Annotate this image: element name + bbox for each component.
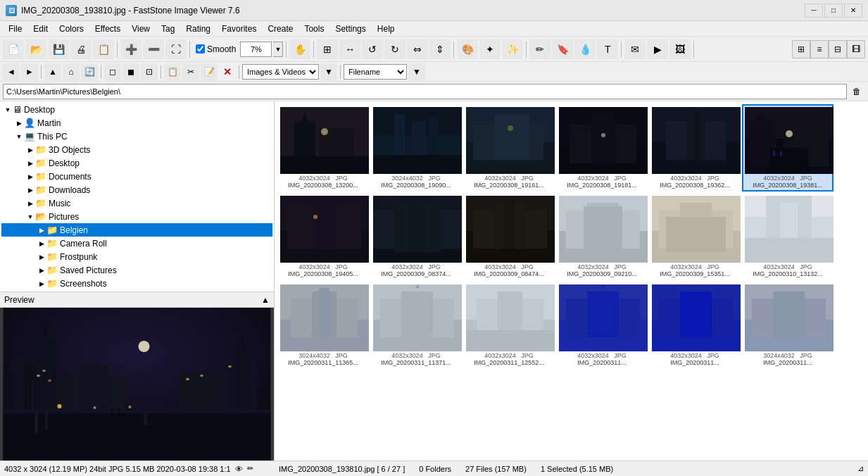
crop-button[interactable]: ⊞ (317, 39, 338, 59)
menu-edit[interactable]: Edit (27, 23, 54, 35)
watermark-button[interactable]: 💧 (574, 39, 596, 59)
save-button[interactable]: 💾 (48, 39, 69, 59)
smooth-check[interactable]: Smooth (193, 43, 239, 56)
nav-refresh[interactable]: 🔄 (81, 63, 98, 80)
rotate-ccw[interactable]: ↺ (362, 39, 383, 59)
menu-create[interactable]: Create (262, 23, 298, 35)
close-button[interactable]: ✕ (844, 4, 862, 18)
menu-favorites[interactable]: Favorites (216, 23, 262, 35)
resize-button[interactable]: ↔ (339, 39, 360, 59)
maximize-button[interactable]: □ (824, 4, 843, 18)
nav-forward[interactable]: ► (21, 63, 38, 80)
menu-colors[interactable]: Colors (54, 23, 89, 35)
image-thumb[interactable]: 4032x3024 JPG IMG_20200308_19405... (277, 193, 369, 280)
view-filmstrip-btn[interactable]: 🎞 (847, 40, 865, 58)
menu-view[interactable]: View (126, 23, 156, 35)
draw-button[interactable]: ✏ (529, 39, 551, 59)
zoom-out-button[interactable]: ➖ (143, 39, 164, 59)
minimize-button[interactable]: ─ (805, 4, 823, 18)
image-thumb[interactable]: 4032x3024 JPG IMG_20200308_19181... (556, 104, 648, 192)
menu-tag[interactable]: Tag (156, 23, 180, 35)
sidebar-item-cameraroll[interactable]: ▶ 📁 Camera Roll (1, 237, 272, 250)
sidebar-item-screenshots[interactable]: ▶ 📁 Screenshots (1, 277, 272, 290)
stamp-button[interactable]: 🔖 (552, 39, 573, 59)
view-details-btn[interactable]: ⊟ (829, 40, 847, 58)
image-thumb[interactable]: 3024x4032 JPG IMG_20200311_11365... (277, 282, 369, 369)
address-input[interactable] (3, 84, 847, 99)
sidebar-item-savedpictures[interactable]: ▶ 📁 Saved Pictures (1, 263, 272, 277)
nav-back[interactable]: ◄ (3, 63, 20, 80)
sidebar-item-music[interactable]: ▶ 📁 Music (1, 196, 272, 210)
view-thumbnails-btn[interactable]: ⊞ (792, 40, 810, 58)
zoom-in-button[interactable]: ➕ (120, 39, 141, 59)
menu-settings[interactable]: Settings (329, 23, 371, 35)
sidebar-item-documents[interactable]: ▶ 📁 Documents (1, 170, 272, 183)
move-files[interactable]: ✂ (182, 63, 199, 80)
color-button[interactable]: 🎨 (457, 39, 478, 59)
image-thumb-selected[interactable]: 4032x3024 JPG IMG_20200308_19381... (742, 104, 834, 192)
sidebar-item-downloads[interactable]: ▶ 📁 Downloads (1, 183, 272, 196)
invert-sel[interactable]: ⊡ (141, 63, 158, 80)
menu-tools[interactable]: Tools (298, 23, 329, 35)
sort-select[interactable]: Filename Date Size Type (344, 64, 407, 80)
preview-header[interactable]: Preview ▲ (0, 292, 274, 308)
sidebar-item-desktop[interactable]: ▼ 🖥 Desktop (1, 103, 272, 116)
filter-arrow[interactable]: ▼ (320, 63, 337, 80)
image-thumb[interactable]: 4032x3024 JPG IMG_20200311_12552... (463, 282, 555, 369)
image-thumb[interactable]: 4032x3024 JPG IMG_20200308_19362... (649, 104, 741, 192)
image-thumb[interactable]: 4032x3024 JPG IMG_20200309_09210... (556, 193, 648, 280)
sidebar-item-belgien[interactable]: ▶ 📁 Belgien (1, 223, 272, 237)
flip-h[interactable]: ⇔ (407, 39, 428, 59)
sidebar-item-3dobjects[interactable]: ▶ 📁 3D Objects (1, 143, 272, 156)
fit-button[interactable]: ⛶ (165, 39, 187, 59)
view-list-btn[interactable]: ≡ (810, 40, 829, 58)
image-thumb[interactable]: 4032x3024 JPG IMG_20200310_13132... (742, 193, 834, 280)
image-thumb[interactable]: 4032x3024 JPG IMG_20200309_15351... (649, 193, 741, 280)
image-thumb[interactable]: 3024x4032 JPG IMG_20200308_19090... (370, 104, 462, 192)
sidebar-item-martin[interactable]: ▶ 👤 Martin (1, 116, 272, 130)
sidebar-item-frostpunk[interactable]: ▶ 📁 Frostpunk (1, 250, 272, 263)
image-thumb[interactable]: 4032x3024 JPG IMG_20200311... (556, 282, 648, 369)
flip-v[interactable]: ⇕ (429, 39, 451, 59)
print-button[interactable]: 🖨 (70, 39, 92, 59)
nav-home[interactable]: ⌂ (63, 63, 80, 80)
sort-arrow[interactable]: ▼ (408, 63, 425, 80)
menu-help[interactable]: Help (372, 23, 401, 35)
sharpen-button[interactable]: ✦ (479, 39, 501, 59)
clear-history-button[interactable]: 🗑 (848, 83, 865, 100)
open-button[interactable]: 📂 (25, 39, 46, 59)
text-button[interactable]: T (597, 39, 618, 59)
zoom-input[interactable] (240, 42, 272, 57)
image-thumb[interactable]: 4032x3024 JPG IMG_20200311_11371... (370, 282, 462, 369)
image-thumb[interactable]: 4032x3024 JPG IMG_20200311... (649, 282, 741, 369)
zoom-dropdown-arrow[interactable]: ▼ (273, 42, 283, 57)
wallpaper-button[interactable]: 🖼 (669, 39, 691, 59)
image-thumb[interactable]: 4032x3024 JPG IMG_20200309_08374... (370, 193, 462, 280)
image-thumb[interactable]: 4032x3024 JPG IMG_20200309_08474... (463, 193, 555, 280)
menu-file[interactable]: File (3, 23, 27, 35)
smooth-checkbox[interactable] (196, 44, 205, 54)
effects-button[interactable]: ✨ (502, 39, 523, 59)
menu-effects[interactable]: Effects (89, 23, 126, 35)
convert-button[interactable]: 📋 (93, 39, 114, 59)
filter-select[interactable]: Images & Videos Images Only Videos Only (242, 64, 319, 80)
deselect-all[interactable]: ◼ (122, 63, 139, 80)
select-all[interactable]: ◻ (104, 63, 121, 80)
sidebar-item-desktop-pc[interactable]: ▶ 📁 Desktop (1, 156, 272, 170)
rename-files[interactable]: 📝 (201, 63, 218, 80)
image-thumb[interactable]: 4032x3024 JPG IMG_20200308_19161... (463, 104, 555, 192)
hand-tool[interactable]: ✋ (289, 39, 310, 59)
folder-tree: ▼ 🖥 Desktop ▶ 👤 Martin ▼ 💻 This PC ▶ (0, 101, 274, 292)
copy-files[interactable]: 📋 (164, 63, 181, 80)
menu-rating[interactable]: Rating (180, 23, 216, 35)
nav-up[interactable]: ▲ (44, 63, 61, 80)
sidebar-item-pictures[interactable]: ▼ 📂 Pictures (1, 210, 272, 223)
image-thumb[interactable]: 4032x3024 JPG IMG_20200308_13200... (277, 104, 369, 192)
sidebar-item-thispc[interactable]: ▼ 💻 This PC (1, 130, 272, 143)
delete-button[interactable]: ✕ (219, 63, 236, 80)
slideshow-button[interactable]: ▶ (647, 39, 668, 59)
new-button[interactable]: 📄 (3, 39, 24, 59)
image-thumb[interactable]: 3024x4032 JPG IMG_20200311... (742, 282, 834, 369)
rotate-cw[interactable]: ↻ (384, 39, 405, 59)
email-button[interactable]: ✉ (624, 39, 646, 59)
